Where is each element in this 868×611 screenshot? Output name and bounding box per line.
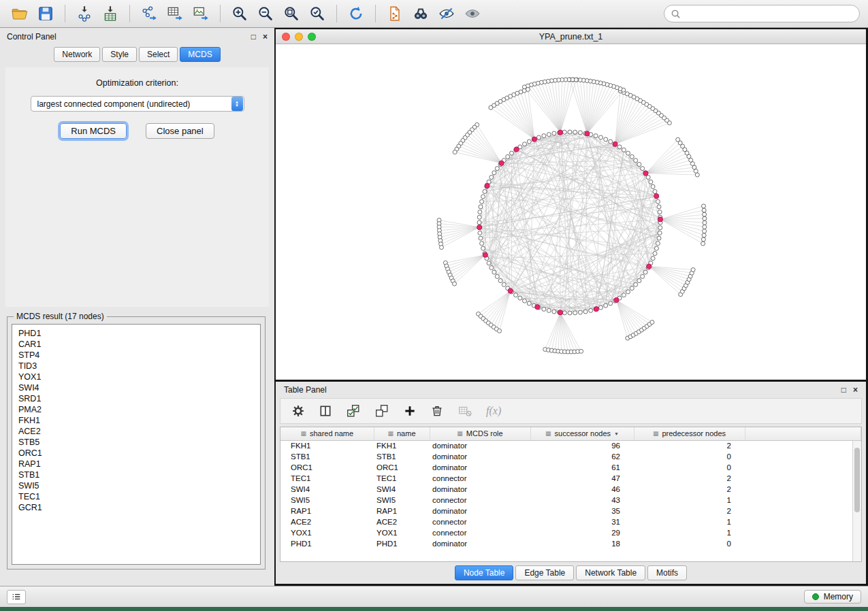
save-session-button[interactable] xyxy=(34,3,57,24)
tab-motifs[interactable]: Motifs xyxy=(647,565,687,580)
result-node[interactable]: PMA2 xyxy=(18,404,254,415)
result-node[interactable]: ORC1 xyxy=(18,448,254,459)
export-table-button[interactable] xyxy=(163,3,187,24)
table-row[interactable]: RAP1RAP1dominator352 xyxy=(280,506,861,516)
table-row[interactable]: STB1STB1dominator620 xyxy=(280,451,861,462)
tab-network-table[interactable]: Network Table xyxy=(576,565,645,580)
share-document-button[interactable] xyxy=(383,3,406,24)
table-cell[interactable]: 0 xyxy=(634,538,745,549)
result-node[interactable]: PHD1 xyxy=(18,328,254,339)
table-cell[interactable]: SWI5 xyxy=(374,495,430,506)
table-cell[interactable]: 96 xyxy=(530,440,634,451)
table-cell[interactable]: 2 xyxy=(634,506,745,516)
table-cell[interactable]: SWI5 xyxy=(280,495,374,506)
tab-node-table[interactable]: Node Table xyxy=(455,565,514,580)
table-cell[interactable]: dominator xyxy=(430,506,530,516)
apply-layout-button[interactable] xyxy=(344,3,368,24)
tab-network[interactable]: Network xyxy=(54,47,100,62)
network-graph[interactable] xyxy=(276,44,866,380)
table-cell[interactable]: ACE2 xyxy=(374,516,430,527)
result-node[interactable]: ACE2 xyxy=(18,426,254,437)
tab-mcds[interactable]: MCDS xyxy=(180,47,220,62)
table-cell[interactable]: dominator xyxy=(430,538,530,549)
zoom-out-button[interactable] xyxy=(254,3,277,24)
table-cell[interactable]: 61 xyxy=(530,462,634,473)
result-node[interactable]: SWI4 xyxy=(18,382,254,393)
import-table-button[interactable] xyxy=(99,3,122,24)
close-panel-button[interactable]: Close panel xyxy=(146,123,214,139)
table-cell[interactable] xyxy=(745,527,861,538)
table-cell[interactable]: RAP1 xyxy=(280,506,374,516)
table-cell[interactable] xyxy=(745,440,861,451)
show-panels-button[interactable] xyxy=(7,590,26,604)
zoom-selected-button[interactable] xyxy=(306,3,329,24)
table-row[interactable]: PHD1PHD1dominator180 xyxy=(280,538,861,549)
network-nodes[interactable] xyxy=(437,78,707,354)
table-cell[interactable]: 0 xyxy=(634,462,745,473)
memory-button[interactable]: Memory xyxy=(804,590,861,604)
table-cell[interactable]: SWI4 xyxy=(280,484,374,495)
mcds-result-list[interactable]: PHD1CAR1STP4TID3YOX1SWI4SRD1PMA2FKH1ACE2… xyxy=(12,324,261,565)
result-node[interactable]: CAR1 xyxy=(18,339,254,350)
zoom-in-button[interactable] xyxy=(228,3,251,24)
table-cell[interactable]: 1 xyxy=(634,516,745,527)
column-header-predecessor-nodes[interactable]: ▦predecessor nodes xyxy=(634,427,745,440)
table-cell[interactable]: 31 xyxy=(530,516,634,527)
table-row[interactable]: FKH1FKH1dominator962 xyxy=(280,440,861,451)
table-cell[interactable]: connector xyxy=(430,527,530,538)
table-cell[interactable] xyxy=(745,484,861,495)
tab-style[interactable]: Style xyxy=(102,47,137,62)
table-cell[interactable]: ACE2 xyxy=(280,516,374,527)
table-cell[interactable]: ORC1 xyxy=(374,462,430,473)
close-table-panel-icon[interactable]: × xyxy=(853,385,858,395)
search-input[interactable] xyxy=(685,8,853,19)
table-cell[interactable] xyxy=(745,516,861,527)
table-cell[interactable]: connector xyxy=(430,516,530,527)
table-cell[interactable]: 62 xyxy=(530,451,634,462)
table-row[interactable]: SWI4SWI4dominator462 xyxy=(280,484,861,495)
scrollbar-thumb[interactable] xyxy=(854,448,860,512)
table-cell[interactable] xyxy=(745,473,861,484)
result-node[interactable]: STB1 xyxy=(18,469,254,480)
zoom-fit-button[interactable] xyxy=(280,3,303,24)
optimization-criterion-select[interactable]: largest connected component (undirected)… xyxy=(31,96,244,112)
table-cell[interactable]: 1 xyxy=(634,495,745,506)
result-node[interactable]: TEC1 xyxy=(18,491,254,502)
close-panel-icon[interactable]: × xyxy=(263,33,268,41)
table-cell[interactable]: 46 xyxy=(530,484,634,495)
table-row[interactable]: ACE2ACE2connector311 xyxy=(280,516,861,527)
table-cell[interactable]: dominator xyxy=(430,440,530,451)
table-settings-button[interactable] xyxy=(291,404,305,418)
table-cell[interactable]: TEC1 xyxy=(374,473,430,484)
minimize-window-icon[interactable] xyxy=(295,33,303,41)
table-row[interactable]: YOX1YOX1connector291 xyxy=(280,527,861,538)
result-node[interactable]: GCR1 xyxy=(18,502,254,513)
maximize-window-icon[interactable] xyxy=(308,33,316,41)
float-panel-icon[interactable]: □ xyxy=(251,33,256,41)
table-cell[interactable] xyxy=(745,495,861,506)
table-row[interactable]: TEC1TEC1connector472 xyxy=(280,473,861,484)
table-cell[interactable]: ORC1 xyxy=(280,462,374,473)
result-node[interactable]: FKH1 xyxy=(18,415,254,426)
run-mcds-button[interactable]: Run MCDS xyxy=(60,123,127,139)
table-cell[interactable]: FKH1 xyxy=(374,440,430,451)
tab-select[interactable]: Select xyxy=(139,47,178,62)
table-cell[interactable] xyxy=(745,451,861,462)
tab-edge-table[interactable]: Edge Table xyxy=(515,565,574,580)
result-node[interactable]: TID3 xyxy=(18,361,254,371)
import-network-button[interactable] xyxy=(73,3,96,24)
result-node[interactable]: SRD1 xyxy=(18,393,254,404)
table-cell[interactable]: FKH1 xyxy=(280,440,374,451)
result-node[interactable]: YOX1 xyxy=(18,371,254,382)
table-cell[interactable]: 35 xyxy=(530,506,634,516)
table-row[interactable]: ORC1ORC1dominator610 xyxy=(280,462,861,473)
column-header-shared-name[interactable]: ▦shared name xyxy=(280,427,374,440)
result-node[interactable]: STB5 xyxy=(18,437,254,448)
table-cell[interactable]: 1 xyxy=(634,527,745,538)
table-cell[interactable]: YOX1 xyxy=(280,527,374,538)
table-cell[interactable]: 18 xyxy=(530,538,634,549)
network-canvas[interactable] xyxy=(276,44,866,380)
table-cell[interactable]: 2 xyxy=(634,473,745,484)
table-cell[interactable]: STB1 xyxy=(374,451,430,462)
table-cell[interactable]: YOX1 xyxy=(374,527,430,538)
